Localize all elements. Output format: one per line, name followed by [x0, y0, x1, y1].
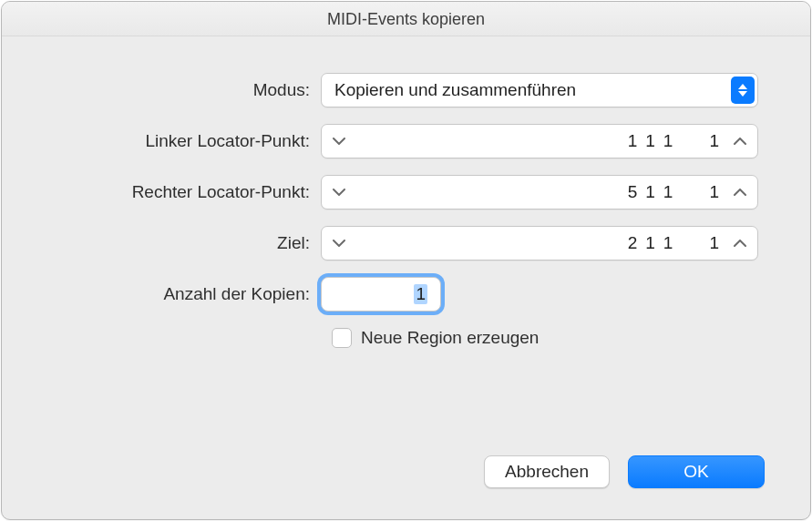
row-left-locator: Linker Locator-Punkt: 1 1 1 1 [47, 124, 765, 158]
values: 1 1 1 1 [356, 131, 723, 151]
checkbox-new-region[interactable] [332, 328, 352, 348]
label-modus: Modus: [47, 80, 321, 100]
increment-button[interactable] [723, 176, 757, 209]
updown-arrows-icon[interactable] [731, 77, 755, 104]
decrement-button[interactable] [322, 125, 356, 158]
row-copies: Anzahl der Kopien: 1 [47, 277, 765, 312]
dialog-title: MIDI-Events kopieren [2, 2, 810, 36]
cancel-button[interactable]: Abbrechen [484, 455, 610, 488]
row-modus: Modus: Kopieren und zusammenführen [47, 73, 765, 107]
chevron-down-icon [333, 189, 345, 196]
val2: 1 [645, 233, 655, 253]
val4: 1 [709, 233, 719, 253]
label-copies: Anzahl der Kopien: [47, 284, 321, 304]
increment-button[interactable] [723, 227, 757, 260]
values: 2 1 1 1 [356, 233, 723, 253]
val4: 1 [709, 131, 719, 151]
val3: 1 [663, 182, 673, 202]
label-ziel: Ziel: [47, 233, 321, 253]
increment-button[interactable] [723, 125, 757, 158]
decrement-button[interactable] [322, 227, 356, 260]
val1: 1 [628, 131, 638, 151]
val3: 1 [663, 233, 673, 253]
label-left-locator: Linker Locator-Punkt: [47, 131, 321, 151]
select-modus-value: Kopieren und zusammenführen [334, 80, 576, 100]
chevron-up-icon [734, 138, 746, 145]
label-new-region: Neue Region erzeugen [361, 328, 539, 348]
chevron-up-icon [734, 189, 746, 196]
select-modus[interactable]: Kopieren und zusammenführen [321, 73, 758, 107]
row-new-region: Neue Region erzeugen [332, 328, 765, 348]
label-right-locator: Rechter Locator-Punkt: [47, 182, 321, 202]
stepper-ziel[interactable]: 2 1 1 1 [321, 226, 758, 260]
val1: 5 [628, 182, 638, 202]
input-copies-value: 1 [414, 284, 427, 304]
stepper-right-locator[interactable]: 5 1 1 1 [321, 175, 758, 209]
dialog-footer: Abbrechen OK [484, 455, 765, 488]
input-copies[interactable]: 1 [321, 277, 441, 312]
form: Modus: Kopieren und zusammenführen Linke… [2, 36, 810, 348]
val1: 2 [628, 233, 638, 253]
dialog-window: MIDI-Events kopieren Modus: Kopieren und… [1, 1, 811, 520]
row-ziel: Ziel: 2 1 1 1 [47, 226, 765, 260]
val2: 1 [645, 131, 655, 151]
chevron-down-icon [333, 138, 345, 145]
val3: 1 [663, 131, 673, 151]
ok-button[interactable]: OK [628, 455, 765, 488]
val2: 1 [645, 182, 655, 202]
stepper-left-locator[interactable]: 1 1 1 1 [321, 124, 758, 158]
val4: 1 [709, 182, 719, 202]
row-right-locator: Rechter Locator-Punkt: 5 1 1 1 [47, 175, 765, 209]
chevron-up-icon [734, 240, 746, 247]
decrement-button[interactable] [322, 176, 356, 209]
chevron-down-icon [333, 240, 345, 247]
values: 5 1 1 1 [356, 182, 723, 202]
